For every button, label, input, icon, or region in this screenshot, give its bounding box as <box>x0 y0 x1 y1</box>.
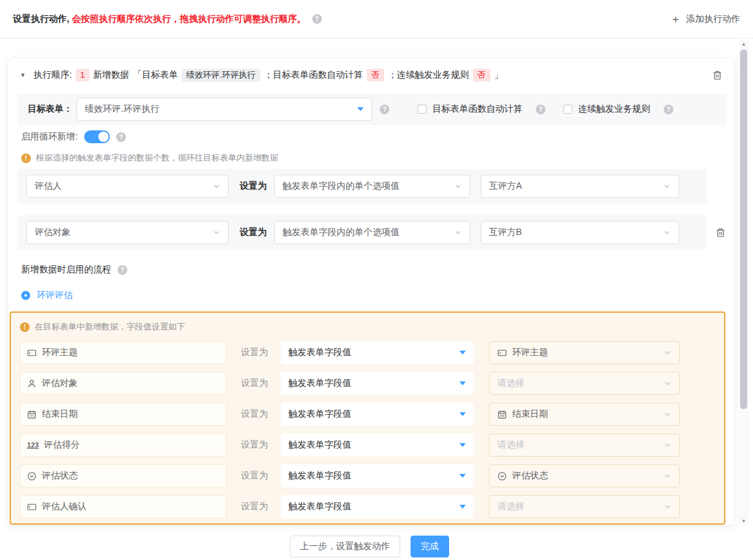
info-icon <box>21 153 31 163</box>
set-as-label: 设置为 <box>241 347 272 358</box>
source-type-select[interactable]: 触发表单字段内的单个选项值 <box>274 221 470 244</box>
delete-action-button[interactable] <box>712 70 723 81</box>
field-value-panel: 在目标表单中新增数据，字段值设置如下 环评主题 设置为 触发表单字段值 环评主题… <box>10 311 725 525</box>
help-icon[interactable] <box>312 14 322 24</box>
source-value-select[interactable]: 互评方A <box>481 175 679 198</box>
scroll-up-arrow-icon[interactable]: ▲ <box>738 39 749 48</box>
target-field-box: 评估状态 <box>20 464 227 487</box>
target-field-box: 评估对象 <box>20 372 227 395</box>
source-type-select[interactable]: 触发表单字段值 <box>281 403 474 426</box>
loop-toggle-switch[interactable] <box>84 130 110 143</box>
source-type-select[interactable]: 触发表单字段值 <box>281 372 474 395</box>
help-icon[interactable] <box>380 105 389 114</box>
target-field-select[interactable]: 评估对象 <box>26 221 229 244</box>
help-icon[interactable] <box>536 105 545 114</box>
set-as-label: 设置为 <box>240 180 267 192</box>
caret-down-icon <box>459 474 466 478</box>
calc-checkbox-label: 目标表单函数自动计算 <box>432 103 522 115</box>
source-field-select[interactable]: 请选择 <box>489 495 680 518</box>
source-field-select[interactable]: 请选择 <box>489 372 680 395</box>
calendar-icon <box>27 410 37 419</box>
rule-checkbox[interactable] <box>563 105 572 114</box>
trash-icon <box>715 227 726 238</box>
field-mapping-row: 环评主题 设置为 触发表单字段值 环评主题 <box>20 341 715 364</box>
help-icon[interactable] <box>664 105 673 114</box>
source-field-select[interactable]: 评估状态 <box>489 464 680 487</box>
scrollbar-thumb[interactable] <box>740 49 747 409</box>
source-type-select[interactable]: 触发表单字段值 <box>281 464 474 487</box>
source-type-select[interactable]: 触发表单字段内的单个选项值 <box>274 175 470 198</box>
status-icon <box>497 471 507 481</box>
target-form-badge: 绩效环评.环评执行 <box>182 69 260 82</box>
panel-hint-text: 在目标表单中新增数据，字段值设置如下 <box>35 321 185 333</box>
caret-down-icon <box>459 443 466 447</box>
source-type-select[interactable]: 触发表单字段值 <box>281 495 474 518</box>
order-label: 执行顺序: <box>33 69 72 81</box>
caret-down-icon <box>459 351 466 354</box>
previous-step-button[interactable]: 上一步，设置触发动作 <box>290 536 400 557</box>
loop-mapping-row: 评估对象 设置为 触发表单字段内的单个选项值 互评方B <box>17 215 734 250</box>
flow-radio[interactable] <box>21 291 30 300</box>
calc-segment: ；目标表单函数自动计算 <box>264 69 363 81</box>
caret-down-icon <box>459 412 466 416</box>
flow-label-row: 新增数据时启用的流程 <box>21 264 127 276</box>
delete-row-button[interactable] <box>707 227 734 238</box>
calc-checkbox[interactable] <box>418 105 427 114</box>
action-card-header: ▼ 执行顺序: 1 新增数据 「目标表单 绩效环评.环评执行 ；目标表单函数自动… <box>8 58 734 92</box>
target-form-select[interactable]: 绩效环评.环评执行 <box>76 98 372 121</box>
help-icon[interactable] <box>118 265 127 275</box>
source-type-select[interactable]: 触发表单字段值 <box>281 433 474 457</box>
loop-hint-text: 根据选择的触发表单字段的数据个数，循环往目标表单内新增数据 <box>36 152 278 164</box>
collapse-caret-icon[interactable]: ▼ <box>20 72 26 78</box>
field-mapping-row: 评估状态 设置为 触发表单字段值 评估状态 <box>20 464 715 487</box>
caret-down-icon <box>357 107 364 111</box>
chevron-down-icon <box>664 503 671 511</box>
target-field-select[interactable]: 评估人 <box>26 175 229 198</box>
scroll-down-arrow-icon[interactable]: ▼ <box>738 516 749 525</box>
calc-badge: 否 <box>367 69 384 82</box>
set-as-label: 设置为 <box>241 408 272 420</box>
number-icon: 123 <box>27 442 39 449</box>
field-mapping-row: 123 评估得分 设置为 触发表单字段值 请选择 <box>20 433 715 457</box>
set-as-label: 设置为 <box>241 470 272 482</box>
toggle-knob <box>98 132 109 142</box>
bracket-close: 」 <box>494 69 503 81</box>
loop-hint-row: 根据选择的触发表单字段的数据个数，循环往目标表单内新增数据 <box>21 152 278 164</box>
source-field-select[interactable]: 结束日期 <box>489 403 680 426</box>
status-icon <box>27 471 37 481</box>
chevron-down-icon <box>454 182 462 190</box>
rule-segment: ；连续触发业务规则 <box>388 69 469 81</box>
radio-dot-icon <box>24 294 27 297</box>
person-icon <box>27 379 37 389</box>
action-card: ▼ 执行顺序: 1 新增数据 「目标表单 绩效环评.环评执行 ；目标表单函数自动… <box>8 58 735 525</box>
help-icon[interactable] <box>116 132 126 142</box>
source-value-select[interactable]: 互评方B <box>481 221 679 244</box>
add-action-label: 添加执行动作 <box>686 13 740 25</box>
set-as-label: 设置为 <box>240 227 267 238</box>
source-field-select[interactable]: 请选择 <box>489 433 680 457</box>
rule-badge: 否 <box>473 69 490 82</box>
target-field-box: 123 评估得分 <box>20 433 227 457</box>
target-form-row: 目标表单： 绩效环评.环评执行 目标表单函数自动计算 连续触发业务规则 <box>17 93 727 125</box>
set-as-label: 设置为 <box>241 501 272 512</box>
rule-checkbox-group: 连续触发业务规则 <box>563 103 673 115</box>
add-action-button[interactable]: ＋ 添加执行动作 <box>670 13 740 25</box>
chevron-down-icon <box>664 380 671 387</box>
chevron-down-icon <box>663 182 671 190</box>
target-field-box: 结束日期 <box>20 403 227 426</box>
page-title: 设置执行动作, <box>13 13 69 25</box>
loop-toggle-label: 启用循环新增: <box>21 131 78 143</box>
rule-checkbox-label: 连续触发业务规则 <box>578 103 650 115</box>
source-field-select[interactable]: 环评主题 <box>489 341 680 364</box>
calendar-icon <box>497 410 507 419</box>
panel-hint-row: 在目标表单中新增数据，字段值设置如下 <box>11 313 724 333</box>
source-type-select[interactable]: 触发表单字段值 <box>281 341 474 364</box>
field-mapping-row: 结束日期 设置为 触发表单字段值 结束日期 <box>20 403 715 426</box>
loop-toggle-row: 启用循环新增: <box>21 130 126 143</box>
loop-mapping-rows: 评估人 设置为 触发表单字段内的单个选项值 互评方A <box>17 169 734 261</box>
page-scrollbar[interactable]: ▲ ▼ <box>738 39 749 525</box>
target-form-label: 目标表单： <box>28 103 73 115</box>
finish-button[interactable]: 完成 <box>411 536 449 557</box>
flow-label: 新增数据时启用的流程 <box>21 264 111 276</box>
flow-radio-label: 环评评估 <box>37 290 73 301</box>
